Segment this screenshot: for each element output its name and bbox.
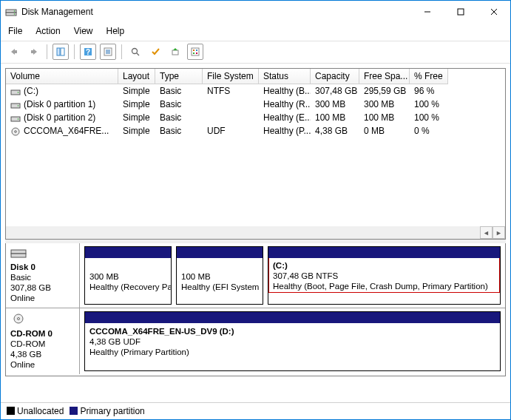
volume-type: Basic: [155, 84, 203, 98]
partition-label: CCCOMA_X64FRE_EN-US_DV9 (D:): [89, 327, 234, 336]
partition-size: 4,38 GB UDF: [89, 337, 141, 346]
scroll-right-button[interactable]: ►: [493, 226, 505, 239]
volume-status: Healthy (R...: [259, 98, 311, 111]
menu-help[interactable]: Help: [105, 24, 126, 38]
scroll-left-button[interactable]: ◄: [480, 226, 493, 239]
horizontal-scrollbar[interactable]: ◄ ►: [6, 226, 505, 239]
partition-status: Healthy (Primary Partition): [89, 348, 189, 356]
volume-status: Healthy (B...: [259, 84, 311, 98]
partition-size: 300 MB: [89, 272, 119, 281]
close-button[interactable]: [477, 1, 510, 22]
volume-fs: UDF: [203, 124, 259, 138]
volume-fs: [203, 111, 259, 124]
volume-type: Basic: [155, 111, 203, 124]
minimize-button[interactable]: [410, 1, 444, 22]
attach-vhd-button[interactable]: [167, 44, 183, 60]
disk-icon: [10, 87, 21, 95]
col-filesystem[interactable]: File System: [203, 69, 259, 84]
volume-layout: Simple: [118, 124, 155, 138]
svg-point-35: [18, 318, 20, 320]
volume-free: 300 MB: [359, 98, 410, 111]
legend-unallocated-label: Unallocated: [17, 406, 64, 416]
refresh-button[interactable]: [100, 44, 116, 60]
svg-point-31: [15, 131, 17, 133]
svg-point-3: [14, 13, 16, 15]
volume-row[interactable]: CCCOMA_X64FRE...SimpleBasicUDFHealthy (P…: [6, 124, 505, 138]
disk-info-disk0: Disk 0 Basic 307,88 GB Online: [6, 243, 80, 308]
help-button[interactable]: ?: [80, 44, 96, 60]
svg-point-27: [18, 105, 19, 106]
menubar: File Action View Help: [1, 23, 510, 41]
partition-dvd[interactable]: CCCOMA_X64FRE_EN-US_DV9 (D:) 4,38 GB UDF…: [84, 311, 501, 371]
col-layout[interactable]: Layout: [118, 69, 155, 84]
apply-button[interactable]: [147, 44, 163, 60]
toolbar-separator: [47, 44, 47, 59]
partition-status: Healthy (EFI System: [181, 282, 259, 291]
volume-list[interactable]: Volume Layout Type File System Status Ca…: [5, 68, 506, 240]
column-headers[interactable]: Volume Layout Type File System Status Ca…: [6, 69, 505, 84]
volume-pctfree: 96 %: [410, 84, 448, 98]
disk-size: 4,38 GB: [10, 350, 41, 359]
disk-type: Basic: [10, 273, 31, 282]
partition-header-bar: [85, 247, 171, 258]
cdrom-icon: [10, 313, 76, 327]
volume-pctfree: 100 %: [410, 111, 448, 124]
col-volume[interactable]: Volume: [6, 69, 118, 84]
back-button[interactable]: [5, 44, 21, 60]
disk-row-disk0[interactable]: Disk 0 Basic 307,88 GB Online 300 MB Hea…: [6, 243, 505, 308]
partition-c[interactable]: (C:) 307,48 GB NTFS Healthy (Boot, Page …: [268, 246, 501, 305]
volume-name: CCCOMA_X64FRE...: [24, 125, 109, 137]
maximize-button[interactable]: [444, 1, 477, 22]
svg-point-29: [18, 118, 19, 120]
col-pctfree[interactable]: % Free: [410, 69, 448, 84]
svg-rect-32: [11, 250, 26, 254]
partition-size: 100 MB: [181, 272, 211, 281]
menu-action[interactable]: Action: [34, 24, 61, 38]
partition-efi[interactable]: 100 MB Healthy (EFI System: [176, 246, 263, 305]
volume-capacity: 300 MB: [311, 98, 359, 111]
col-capacity[interactable]: Capacity: [311, 69, 359, 84]
disk-icon: [10, 101, 21, 108]
volume-name: (C:): [24, 85, 38, 97]
disk-title: CD-ROM 0: [10, 329, 53, 338]
show-hide-tree-button[interactable]: [53, 44, 69, 60]
col-type[interactable]: Type: [155, 69, 203, 84]
volume-row[interactable]: (Disk 0 partition 2)SimpleBasicHealthy (…: [6, 111, 505, 124]
svg-text:?: ?: [86, 48, 90, 56]
svg-point-25: [18, 92, 19, 93]
partition-recovery[interactable]: 300 MB Healthy (Recovery Partit: [84, 246, 172, 305]
settings-button[interactable]: [187, 44, 203, 60]
volume-fs: NTFS: [203, 84, 259, 98]
volume-free: 100 MB: [359, 111, 410, 124]
svg-rect-20: [193, 50, 194, 51]
svg-rect-21: [196, 50, 197, 51]
toolbar: ?: [1, 41, 510, 64]
volume-row[interactable]: (Disk 0 partition 1)SimpleBasicHealthy (…: [6, 98, 505, 111]
disk-info-cdrom0: CD-ROM 0 CD-ROM 4,38 GB Online: [6, 308, 80, 374]
svg-rect-18: [172, 50, 178, 55]
svg-rect-22: [193, 52, 194, 54]
menu-file[interactable]: File: [7, 24, 24, 38]
volume-row[interactable]: (C:)SimpleBasicNTFSHealthy (B...307,48 G…: [6, 84, 505, 98]
menu-view[interactable]: View: [72, 24, 95, 38]
volume-type: Basic: [155, 124, 203, 138]
col-status[interactable]: Status: [259, 69, 311, 84]
toolbar-separator: [74, 44, 75, 59]
window-title: Disk Management: [21, 7, 410, 17]
svg-rect-8: [57, 48, 60, 55]
svg-point-2: [14, 10, 16, 12]
volume-layout: Simple: [118, 84, 155, 98]
forward-button[interactable]: [25, 44, 41, 60]
partition-status: Healthy (Boot, Page File, Crash Dump, Pr…: [273, 282, 488, 291]
volume-free: 295,59 GB: [359, 84, 410, 98]
volume-capacity: 4,38 GB: [311, 124, 359, 138]
disk-state: Online: [10, 360, 35, 369]
volume-pctfree: 0 %: [410, 124, 448, 138]
disk-type: CD-ROM: [10, 339, 45, 348]
rescan-button[interactable]: [127, 44, 143, 60]
svg-line-17: [137, 53, 140, 56]
disk-row-cdrom0[interactable]: CD-ROM 0 CD-ROM 4,38 GB Online CCCOMA_X6…: [6, 308, 505, 374]
volume-pctfree: 100 %: [410, 98, 448, 111]
col-freespace[interactable]: Free Spa...: [359, 69, 410, 84]
disk-icon: [10, 248, 76, 260]
